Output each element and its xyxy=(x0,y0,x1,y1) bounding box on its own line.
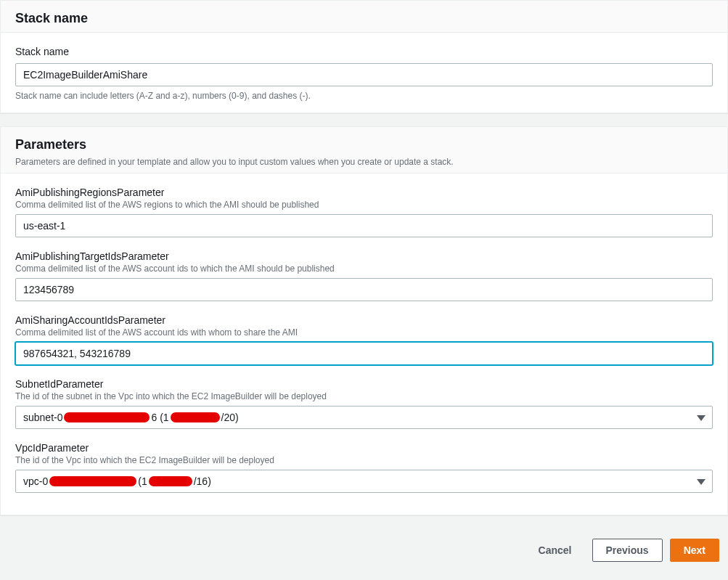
select-text-mid: 6 (1 xyxy=(151,412,168,423)
parameters-panel-header: Parameters Parameters are defined in you… xyxy=(1,127,727,173)
parameter-field: AmiPublishingRegionsParameterComma delim… xyxy=(15,187,713,237)
parameter-field: AmiSharingAccountIdsParameterComma delim… xyxy=(15,314,713,365)
parameters-panel-body: AmiPublishingRegionsParameterComma delim… xyxy=(1,173,727,515)
stack-name-panel-body: Stack name Stack name can include letter… xyxy=(1,33,727,113)
select-text-mid: (1 xyxy=(138,475,147,487)
parameter-select[interactable]: subnet-06 (1/20) xyxy=(15,406,713,429)
redaction-mark xyxy=(171,412,220,422)
select-text-prefix: vpc-0 xyxy=(23,475,48,487)
parameters-panel: Parameters Parameters are defined in you… xyxy=(0,126,728,515)
parameter-desc: Comma delimited list of the AWS regions … xyxy=(15,200,713,210)
parameter-label: SubnetIdParameter xyxy=(15,378,713,390)
stack-name-panel-header: Stack name xyxy=(1,1,727,33)
stack-name-hint: Stack name can include letters (A-Z and … xyxy=(15,91,713,101)
parameter-label: AmiPublishingTargetIdsParameter xyxy=(15,250,713,262)
parameter-select-display[interactable]: vpc-0 (1/16) xyxy=(15,470,713,493)
stack-name-label: Stack name xyxy=(15,46,713,57)
parameter-field: VpcIdParameterThe id of the Vpc into whi… xyxy=(15,442,713,493)
redaction-mark xyxy=(149,476,192,486)
next-button[interactable]: Next xyxy=(670,539,719,562)
parameter-label: VpcIdParameter xyxy=(15,442,713,454)
parameter-select[interactable]: vpc-0 (1/16) xyxy=(15,470,713,493)
parameter-desc: The id of the Vpc into which the EC2 Ima… xyxy=(15,455,713,465)
parameter-select-display[interactable]: subnet-06 (1/20) xyxy=(15,406,713,429)
parameter-input[interactable] xyxy=(15,278,713,301)
redaction-mark xyxy=(64,412,150,422)
stack-name-field: Stack name Stack name can include letter… xyxy=(15,46,713,101)
parameters-subtitle: Parameters are defined in your template … xyxy=(15,157,713,167)
parameter-label: AmiSharingAccountIdsParameter xyxy=(15,314,713,326)
parameter-desc: The id of the subnet in the Vpc into whi… xyxy=(15,391,713,401)
parameter-field: AmiPublishingTargetIdsParameterComma del… xyxy=(15,250,713,301)
parameter-input[interactable] xyxy=(15,342,713,365)
parameter-desc: Comma delimited list of the AWS account … xyxy=(15,264,713,274)
parameter-input[interactable] xyxy=(15,214,713,237)
stack-name-input[interactable] xyxy=(15,63,713,86)
stack-name-title: Stack name xyxy=(15,11,713,26)
parameter-desc: Comma delimited list of the AWS account … xyxy=(15,327,713,338)
stack-name-panel: Stack name Stack name Stack name can inc… xyxy=(0,0,728,113)
parameter-field: SubnetIdParameterThe id of the subnet in… xyxy=(15,378,713,429)
select-text-suffix: /20) xyxy=(221,412,239,423)
previous-button[interactable]: Previous xyxy=(592,539,663,562)
wizard-footer: Cancel Previous Next xyxy=(0,528,728,572)
redaction-mark xyxy=(49,476,136,486)
parameters-title: Parameters xyxy=(15,137,713,152)
select-text-prefix: subnet-0 xyxy=(23,412,62,423)
parameter-label: AmiPublishingRegionsParameter xyxy=(15,187,713,198)
cancel-button[interactable]: Cancel xyxy=(525,539,585,562)
select-text-suffix: /16) xyxy=(194,475,211,487)
